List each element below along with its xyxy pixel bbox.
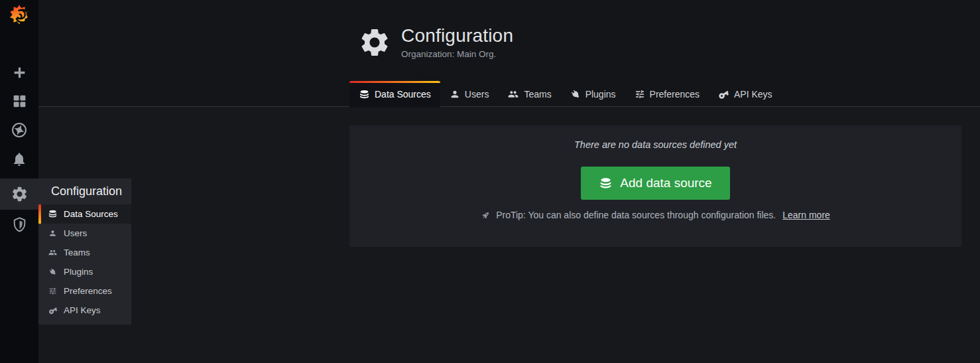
flyout-item-preferences[interactable]: Preferences (38, 281, 131, 301)
tab-users[interactable]: Users (440, 81, 499, 108)
team-icon (48, 248, 58, 257)
tab-label: API Keys (734, 89, 772, 100)
sidebar-item-dashboards[interactable] (0, 86, 38, 115)
gear-icon (11, 185, 29, 203)
flyout-title: Configuration (38, 179, 131, 204)
sidebar (0, 0, 38, 363)
tab-teams[interactable]: Teams (498, 81, 560, 108)
grafana-logo-icon[interactable] (7, 3, 31, 27)
plug-icon (570, 89, 581, 100)
dashboards-grid-icon (11, 93, 28, 109)
configuration-tabs: Data Sources Users Teams Plugins Prefere… (349, 81, 782, 108)
empty-state-message: There are no data sources defined yet (349, 139, 961, 150)
tab-label: Teams (524, 89, 551, 100)
flyout-item-teams[interactable]: Teams (38, 243, 131, 262)
tab-label: Users (465, 89, 489, 100)
configuration-flyout: Configuration Data Sources Users Teams P… (38, 179, 131, 325)
flyout-item-label: Preferences (64, 286, 112, 296)
protip-text: ProTip: You can also define data sources… (496, 210, 776, 220)
user-icon (48, 229, 58, 238)
page-subtitle: Organization: Main Org. (401, 49, 513, 59)
flyout-item-label: Users (64, 228, 87, 238)
rocket-icon (481, 210, 491, 220)
plug-icon (48, 267, 58, 276)
flyout-item-label: Plugins (64, 267, 93, 277)
tab-label: Preferences (650, 89, 700, 100)
learn-more-link[interactable]: Learn more (782, 210, 830, 220)
tab-plugins[interactable]: Plugins (561, 81, 625, 108)
page-title: Configuration (401, 25, 513, 46)
compass-icon (11, 121, 28, 139)
add-data-source-button[interactable]: Add data source (581, 167, 729, 200)
database-icon (48, 209, 58, 219)
sidebar-item-create[interactable] (0, 58, 38, 87)
flyout-item-label: Teams (64, 248, 90, 257)
tab-preferences[interactable]: Preferences (625, 81, 709, 108)
flyout-item-users[interactable]: Users (38, 224, 131, 243)
flyout-item-label: API Keys (64, 305, 101, 315)
database-icon (599, 177, 613, 190)
sidebar-item-server-admin[interactable] (0, 210, 38, 239)
sidebar-item-alerting[interactable] (0, 145, 38, 174)
sidebar-item-explore[interactable] (0, 115, 38, 145)
bell-icon (11, 151, 27, 167)
page-header: Configuration Organization: Main Org. (358, 25, 513, 59)
protip: ProTip: You can also define data sources… (349, 210, 961, 220)
flyout-item-data-sources[interactable]: Data Sources (38, 204, 131, 224)
flyout-item-label: Data Sources (64, 209, 118, 219)
tab-data-sources[interactable]: Data Sources (349, 81, 440, 108)
key-icon (48, 306, 58, 315)
database-icon (359, 89, 370, 100)
plus-icon (12, 65, 27, 80)
flyout-item-api-keys[interactable]: API Keys (38, 301, 131, 320)
tab-label: Plugins (585, 89, 616, 100)
tab-api-keys[interactable]: API Keys (709, 81, 782, 108)
sliders-icon (635, 89, 645, 100)
gear-icon (358, 26, 391, 59)
team-icon (507, 89, 519, 100)
shield-icon (11, 216, 28, 233)
flyout-item-plugins[interactable]: Plugins (38, 262, 131, 281)
user-icon (450, 89, 460, 100)
sliders-icon (48, 287, 58, 295)
sidebar-item-configuration[interactable] (0, 179, 38, 210)
tab-label: Data Sources (375, 89, 431, 100)
empty-datasources-panel: There are no data sources defined yet Ad… (349, 125, 961, 247)
add-data-source-label: Add data source (620, 176, 711, 190)
key-icon (718, 89, 729, 100)
